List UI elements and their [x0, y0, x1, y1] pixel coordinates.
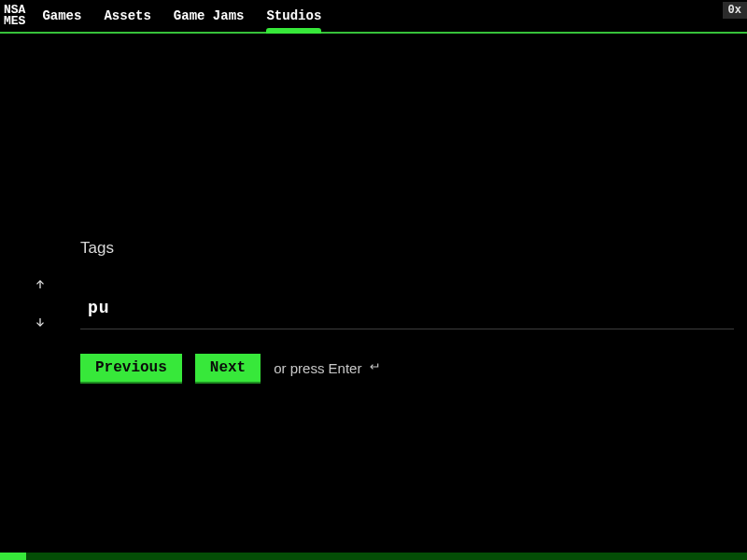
enter-key-icon — [367, 360, 380, 376]
nav-item-games[interactable]: Games — [42, 0, 81, 32]
progress-bar-track — [0, 553, 747, 560]
top-navbar: NSA MES Games Assets Game Jams Studios 0… — [0, 0, 747, 34]
step-down-button[interactable] — [32, 315, 49, 332]
nav-label: Assets — [104, 8, 150, 23]
previous-button[interactable]: Previous — [80, 354, 182, 382]
step-button-row: Previous Next or press Enter — [80, 354, 734, 382]
nav-label: Studios — [266, 8, 321, 23]
brand-logo: NSA MES — [4, 5, 25, 27]
form-step-tags: Tags Previous Next or press Enter — [80, 239, 734, 382]
nav-item-studios[interactable]: Studios — [266, 0, 321, 32]
field-label-tags: Tags — [80, 239, 734, 258]
main-content: Tags Previous Next or press Enter — [0, 35, 747, 560]
nav-item-game-jams[interactable]: Game Jams — [174, 0, 245, 32]
enter-hint: or press Enter — [274, 360, 380, 376]
next-button[interactable]: Next — [195, 354, 261, 382]
arrow-down-icon — [34, 315, 47, 332]
step-nav-arrows — [32, 278, 49, 332]
arrow-up-icon — [34, 278, 47, 295]
header-badge[interactable]: 0x — [723, 2, 747, 19]
progress-bar-fill — [0, 553, 26, 560]
nav-item-assets[interactable]: Assets — [104, 0, 150, 32]
step-up-button[interactable] — [32, 278, 49, 295]
main-nav: Games Assets Game Jams Studios — [42, 0, 321, 32]
hint-text: or press Enter — [274, 360, 361, 376]
nav-label: Games — [42, 8, 81, 23]
nav-label: Game Jams — [174, 8, 245, 23]
tags-input[interactable] — [80, 293, 734, 329]
